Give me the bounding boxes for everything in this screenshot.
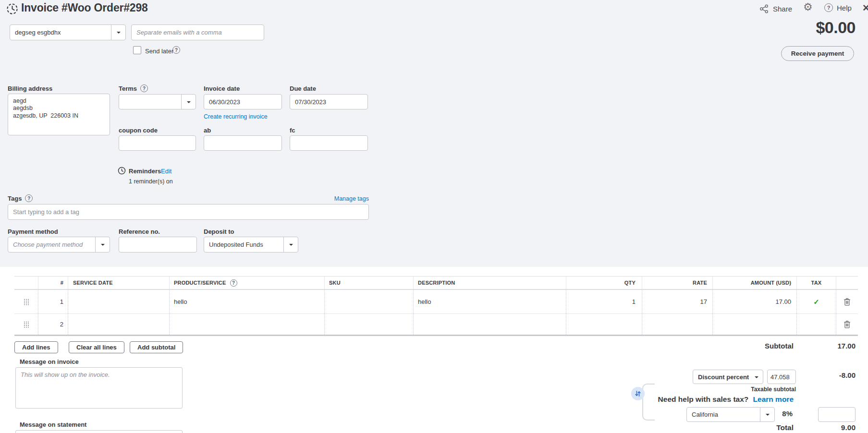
row-rate-cell[interactable] <box>642 314 713 335</box>
terms-dropdown-arrow[interactable] <box>181 95 196 109</box>
deposit-to-dropdown-arrow[interactable] <box>283 237 298 252</box>
row-num: 2 <box>38 314 68 335</box>
customer-select[interactable]: degseg esgbdhx <box>10 24 126 40</box>
reference-no-label: Reference no. <box>119 228 160 235</box>
tags-input[interactable] <box>8 204 369 220</box>
payment-method-dropdown-arrow[interactable] <box>95 237 110 252</box>
tax-region-value: California <box>687 408 760 421</box>
recurring-invoice-icon <box>6 2 19 17</box>
send-later-checkbox[interactable] <box>133 46 141 54</box>
receive-payment-button[interactable]: Receive payment <box>781 46 854 61</box>
tax-amount-input[interactable] <box>818 407 856 422</box>
discount-type-dropdown-arrow[interactable] <box>750 370 763 384</box>
balance-amount: $0.00 <box>816 18 856 37</box>
payment-method-select[interactable]: Choose payment method <box>8 237 110 253</box>
delete-row-button[interactable] <box>836 314 858 335</box>
deposit-to-label: Deposit to <box>204 228 234 235</box>
reference-no-input[interactable] <box>119 237 197 253</box>
add-lines-button[interactable]: Add lines <box>14 341 58 353</box>
line-items-table: # SERVICE DATE PRODUCT/SERVICE ? SKU DES… <box>14 276 858 336</box>
page-title: Invoice #Woo Order#298 <box>21 1 148 14</box>
terms-label: Terms <box>119 85 137 92</box>
terms-help-icon[interactable]: ? <box>140 84 148 92</box>
coupon-code-input[interactable] <box>119 135 196 151</box>
trash-icon <box>844 320 851 328</box>
discount-type-select[interactable]: Discount percent <box>693 370 763 384</box>
due-date-input[interactable] <box>290 94 368 109</box>
row-product-cell[interactable] <box>170 314 325 335</box>
clear-all-lines-button[interactable]: Clear all lines <box>69 341 124 353</box>
row-sku-cell[interactable] <box>325 290 414 313</box>
row-num: 1 <box>38 290 68 313</box>
share-label: Share <box>773 5 792 13</box>
swap-arrows-icon <box>635 390 641 397</box>
col-header-tax: TAX <box>797 277 836 289</box>
row-description-cell[interactable]: hello <box>414 290 566 313</box>
swap-discount-tax-button[interactable] <box>631 387 645 400</box>
delete-row-button[interactable] <box>836 290 858 313</box>
payment-method-placeholder: Choose payment method <box>8 237 95 252</box>
gear-icon[interactable]: ⚙ <box>803 1 813 13</box>
reorder-bracket <box>642 384 655 421</box>
create-recurring-invoice-link[interactable]: Create recurring invoice <box>204 113 268 120</box>
customer-dropdown-arrow[interactable] <box>111 25 125 40</box>
row-amount-cell[interactable] <box>713 314 797 335</box>
invoice-date-input[interactable] <box>204 94 282 109</box>
col-header-qty: QTY <box>566 277 642 289</box>
coupon-code-label: coupon code <box>119 127 158 134</box>
email-input[interactable] <box>131 24 264 40</box>
discount-value-input[interactable] <box>767 370 796 384</box>
row-service-date-cell[interactable] <box>68 290 170 313</box>
row-qty-cell[interactable] <box>566 314 642 335</box>
col-header-rate: RATE <box>642 277 713 289</box>
add-subtotal-button[interactable]: Add subtotal <box>130 341 183 353</box>
table-header-row: # SERVICE DATE PRODUCT/SERVICE ? SKU DES… <box>14 276 858 290</box>
tags-help-icon[interactable]: ? <box>25 194 33 202</box>
share-button[interactable]: Share <box>759 4 792 13</box>
tax-region-dropdown-arrow[interactable] <box>760 408 774 421</box>
terms-select[interactable] <box>119 94 196 109</box>
tax-rate: 8% <box>782 409 793 418</box>
close-icon[interactable]: ✕ <box>862 2 868 13</box>
row-tax-cell[interactable] <box>797 314 836 335</box>
col-header-service-date: SERVICE DATE <box>68 277 170 289</box>
learn-more-link[interactable]: Learn more <box>753 395 794 403</box>
help-button[interactable]: ? Help <box>824 3 852 12</box>
message-on-invoice-textarea[interactable] <box>15 367 183 409</box>
total-label: Total <box>776 423 794 432</box>
billing-address-textarea[interactable]: aegd aegdsb azgesdb, UP 226003 IN <box>8 94 110 135</box>
fc-field-input[interactable] <box>290 135 368 151</box>
row-product-cell[interactable]: hello <box>170 290 325 313</box>
col-header-amount: AMOUNT (USD) <box>713 277 797 289</box>
drag-handle-icon[interactable] <box>24 321 29 328</box>
reminders-label: Reminders <box>129 168 161 175</box>
payment-method-label: Payment method <box>8 228 58 235</box>
reminders-edit-link[interactable]: Edit <box>161 168 171 175</box>
row-tax-checkmark[interactable]: ✓ <box>797 290 836 313</box>
deposit-to-value: Undeposited Funds <box>204 237 283 252</box>
deposit-to-select[interactable]: Undeposited Funds <box>204 237 298 253</box>
message-on-statement-label: Message on statement <box>20 421 86 428</box>
table-row: 1 hello hello 1 17 17.00 ✓ <box>14 290 858 314</box>
subtotal-value: 17.00 <box>837 342 856 350</box>
manage-tags-link[interactable]: Manage tags <box>334 195 369 202</box>
discount-type-value: Discount percent <box>693 370 750 384</box>
ab-field-input[interactable] <box>204 135 282 151</box>
billing-address-label: Billing address <box>8 85 52 92</box>
send-later-label: Send later <box>145 48 173 55</box>
tax-region-select[interactable]: California <box>686 407 775 422</box>
row-amount-cell[interactable]: 17.00 <box>713 290 797 313</box>
customer-value: degseg esgbdhx <box>10 25 111 40</box>
taxable-subtotal-label: Taxable subtotal <box>751 386 796 393</box>
send-later-help-icon[interactable]: ? <box>172 46 180 54</box>
row-sku-cell[interactable] <box>325 314 414 335</box>
row-qty-cell[interactable]: 1 <box>566 290 642 313</box>
sales-tax-help-text: Need help with sales tax? <box>658 395 749 403</box>
row-description-cell[interactable] <box>414 314 566 335</box>
row-rate-cell[interactable]: 17 <box>642 290 713 313</box>
table-row: 2 <box>14 314 858 336</box>
drag-handle-icon[interactable] <box>24 299 29 305</box>
message-on-statement-textarea[interactable] <box>15 430 183 433</box>
product-service-help-icon[interactable]: ? <box>230 279 237 287</box>
row-service-date-cell[interactable] <box>68 314 170 335</box>
